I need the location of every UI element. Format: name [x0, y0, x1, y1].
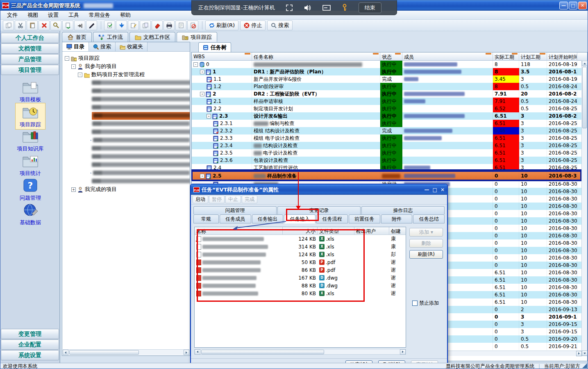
sidebar-bottom-button-1[interactable]: 企业配置 — [1, 339, 59, 350]
table-row[interactable]: 2.3.6包装设计及检查执行中6.5132016-08-25 — [192, 157, 587, 164]
column-header-3[interactable]: 成员 — [402, 52, 493, 60]
column-header-0[interactable]: WBS — [192, 52, 252, 60]
collapse-icon[interactable]: - — [200, 70, 204, 74]
toolbar-copy-doc-button[interactable] — [140, 20, 151, 30]
tab-task-tree[interactable]: 任务树 — [198, 42, 231, 52]
forbid-add-checkbox[interactable]: 禁止添加 — [412, 300, 439, 307]
table-row[interactable]: 2.1样品申请审核执行中7.910.52016-08-24 — [192, 98, 587, 105]
tree-node-flow[interactable]: -数码项目开发管理流程 — [65, 71, 190, 79]
column-header-6[interactable]: 计划开始时间 — [547, 52, 577, 60]
scroll-right-icon[interactable] — [184, 350, 189, 355]
sidebar-bottom-button-2[interactable]: 系统设置 — [1, 350, 59, 360]
stop-button[interactable]: 停止 — [240, 20, 266, 30]
table-row[interactable]: 1.2Plan阶段评审执行中80.52016-08-24 — [192, 83, 587, 90]
toolbar-copy-button[interactable] — [3, 20, 14, 30]
dialog-side-button-2[interactable]: 刷新(R) — [409, 250, 443, 259]
tree-item-8[interactable] — [65, 144, 190, 153]
dialog-minimize-button[interactable]: — — [425, 187, 429, 193]
table-row[interactable]: 1.1新产品开发评审&报价完成3.4532016-08-19 — [192, 75, 587, 83]
menu-item-1[interactable]: 视图 — [23, 11, 43, 20]
column-header-5[interactable]: 计划工期 — [519, 52, 547, 60]
tab-folder[interactable]: 文档工作区 — [129, 32, 175, 42]
dialog-toolbar-0[interactable]: 启动 — [193, 196, 208, 203]
collapse-icon[interactable]: - — [200, 92, 204, 96]
tab-workflow[interactable]: 工作流 — [93, 32, 128, 42]
tree-scroll-thumb[interactable] — [69, 350, 139, 355]
collapse-icon[interactable]: - — [71, 64, 76, 69]
dialog-tab-附件[interactable]: 附件 — [381, 214, 413, 223]
window-icon[interactable] — [322, 5, 331, 11]
tree-item-5[interactable] — [65, 120, 190, 128]
dialog-tab-问题管理[interactable]: 问题管理 — [193, 206, 277, 214]
tree-tab-monitor[interactable]: 目录 — [62, 42, 89, 51]
toolbar-point-button[interactable] — [74, 20, 85, 30]
sidebar-module-globe-wrench[interactable]: 基础数据 — [0, 201, 60, 226]
checkbox-box[interactable] — [412, 301, 418, 306]
toolbar-find-button[interactable] — [50, 20, 61, 30]
table-row[interactable]: 2.3.2模组 结构设计及检查完成0.4632016-08-25 — [192, 127, 587, 134]
table-row[interactable]: -2DR2：工程验证阶段（EVT）执行中7.91202016-08-2 — [192, 90, 587, 98]
sidebar-button-2[interactable]: 产品管理 — [1, 54, 59, 64]
sidebar-button-3[interactable]: 项目管理 — [1, 65, 59, 75]
toolbar-approve-button[interactable] — [104, 20, 115, 30]
sidebar-module-folder-clock[interactable]: 项目跟踪 — [0, 103, 60, 128]
sidebar-button-0[interactable]: 个人工作台 — [1, 33, 59, 43]
search-button[interactable]: 搜索 — [267, 20, 293, 30]
scroll-right-icon[interactable] — [400, 349, 406, 355]
collapse-icon[interactable]: - — [193, 62, 198, 67]
toolbar-sign-button[interactable] — [86, 20, 97, 30]
tree-item-12[interactable] — [65, 177, 190, 185]
menu-item-4[interactable]: 常用业务 — [84, 11, 115, 20]
sidebar-module-question[interactable]: ?问题管理 — [0, 177, 60, 201]
menu-item-2[interactable]: 设置 — [43, 11, 64, 20]
tree-tab-search-globe[interactable]: 搜索 — [89, 42, 116, 51]
toolbar-erase-button[interactable] — [152, 20, 163, 30]
tree-item-6[interactable] — [65, 128, 190, 136]
toolbar-print-button[interactable] — [163, 20, 175, 30]
file-list-horizontal-scrollbar[interactable] — [194, 349, 406, 355]
dialog-restore-button[interactable]: □ — [433, 187, 437, 193]
table-row[interactable]: 2.3.3模组 电子设计及检查执行中6.5132016-08-25 — [192, 134, 587, 142]
tab-home[interactable]: 首页 — [62, 32, 92, 42]
toolbar-forbid-button[interactable] — [187, 20, 198, 30]
toolbar-checkout-button[interactable] — [62, 20, 73, 30]
fullscreen-icon[interactable] — [286, 4, 293, 11]
dialog-close-button[interactable]: ✕ — [440, 187, 445, 193]
file-scroll-thumb[interactable] — [201, 350, 324, 354]
dialog-tab-操作日志[interactable]: 操作日志 — [361, 206, 445, 214]
tree-horizontal-scrollbar[interactable] — [63, 349, 189, 355]
expand-icon[interactable]: + — [71, 187, 76, 192]
tree-root[interactable]: -项目跟踪 — [65, 54, 190, 62]
tree-item-3[interactable] — [65, 103, 190, 112]
collapse-icon[interactable]: - — [65, 56, 69, 61]
resize-grip[interactable] — [582, 363, 587, 368]
task-vertical-scrollbar[interactable] — [581, 60, 587, 356]
end-control-button[interactable]: 结束 — [359, 2, 381, 13]
file-column-header-4[interactable]: 创建 — [389, 227, 406, 235]
tab-clock[interactable]: 项目跟踪 — [177, 32, 217, 42]
table-row[interactable]: -0执行中81182016-08-19 — [192, 61, 587, 68]
table-row[interactable]: -2.3设计开发&输出执行中6.5132016-08-2 — [192, 112, 587, 120]
tree-item-10[interactable] — [65, 161, 190, 169]
column-header-2[interactable]: 状态 — [380, 52, 402, 60]
toolbar-doc-button[interactable] — [175, 20, 186, 30]
menu-item-0[interactable]: 文件 — [2, 11, 23, 20]
column-header-1[interactable]: 任务名称 — [252, 52, 380, 60]
table-row[interactable]: 2.4工艺制造可行性评估执行中6.5132016-08-25 — [192, 164, 587, 171]
dialog-tab-前置任务[interactable]: 前置任务 — [349, 214, 380, 223]
table-row[interactable]: -2.5样品制作准备0102016-08-3 — [192, 171, 587, 180]
sidebar-module-folder-doc[interactable]: 项目模板 — [0, 78, 60, 103]
toolbar-cut-button[interactable] — [15, 20, 26, 30]
dialog-tab-任务总结[interactable]: 任务总结 — [413, 214, 445, 223]
tree-item-11[interactable] — [65, 169, 190, 177]
sidebar-module-folder-books[interactable]: 项目知识库 — [0, 128, 60, 152]
refresh-button[interactable]: 刷新(R) — [205, 20, 238, 30]
table-row[interactable]: -1DR1：新产品评估阶段（Plan）执行中83.52016-08-1 — [192, 68, 587, 75]
dialog-tab-任务流程[interactable]: 任务流程 — [316, 214, 348, 223]
sidebar-bottom-button-0[interactable]: 变更管理 — [1, 329, 59, 339]
table-row[interactable]: 2.3.1编制与检查执行中6.5132016-08-25 — [192, 120, 587, 127]
tree-item-0[interactable] — [65, 79, 190, 87]
collapse-icon[interactable]: - — [207, 114, 211, 118]
close-button[interactable]: ✕ — [578, 2, 587, 9]
menu-item-3[interactable]: 工具 — [64, 11, 84, 20]
